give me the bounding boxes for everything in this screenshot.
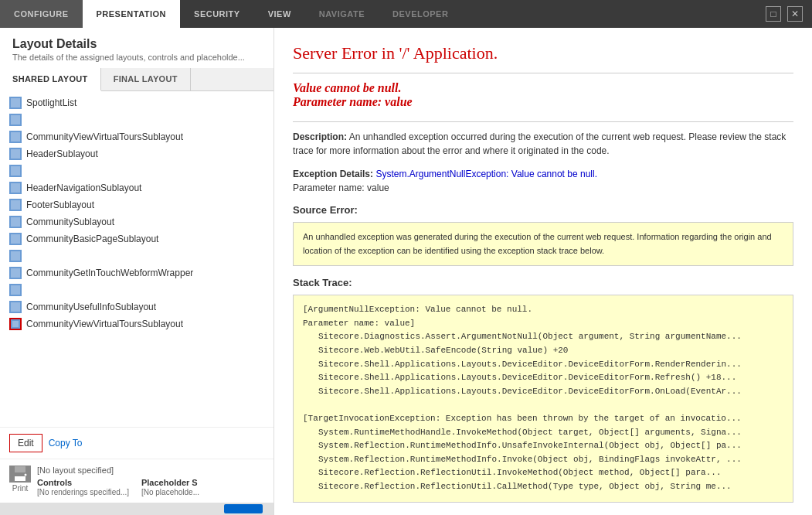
window-controls: □ ✕: [766, 6, 812, 22]
layout-item-icon: [9, 250, 22, 262]
layout-item-name: CommunityViewVirtualToursSublayout: [26, 319, 183, 329]
list-item[interactable]: CommunityBasicPageSublayout: [0, 230, 273, 247]
list-item[interactable]: [0, 281, 273, 298]
main-content: Layout Details The details of the assign…: [0, 28, 812, 515]
layout-item-icon: [9, 301, 22, 313]
layout-item-name: CommunityGetInTouchWebformWrapper: [26, 268, 193, 278]
print-area[interactable]: Print: [9, 466, 31, 493]
divider2: [293, 121, 793, 122]
list-item[interactable]: [0, 247, 273, 264]
stack-line-9: System.RuntimeMethodHandle.InvokeMethod(…: [303, 426, 783, 440]
layout-item-icon: [9, 233, 22, 245]
layout-details-subtitle: The details of the assigned layouts, con…: [12, 53, 261, 62]
list-item[interactable]: CommunityUsefulInfoSublayout: [0, 298, 273, 315]
left-panel: Layout Details The details of the assign…: [0, 28, 274, 515]
exception-details: Exception Details: System.ArgumentNullEx…: [293, 167, 793, 195]
description-text: An unhandled exception occurred during t…: [293, 131, 786, 156]
stack-line-6: Sitecore.Shell.Applications.Layouts.Devi…: [303, 385, 783, 399]
error-panel: Server Error in '/' Application. Value c…: [274, 28, 812, 515]
edit-button[interactable]: Edit: [9, 434, 42, 452]
top-navigation: CONFIGURE PRESENTATION SECURITY VIEW NAV…: [0, 0, 812, 28]
layout-item-name: SpotlightList: [26, 97, 76, 108]
svg-rect-2: [15, 476, 25, 481]
layout-item-icon: [9, 182, 22, 194]
controls-label: Controls: [37, 478, 72, 487]
no-layout-text: [No layout specified]: [37, 466, 264, 475]
placeholder-info: Placeholder S [No placeholde...: [141, 478, 199, 496]
tab-final-layout[interactable]: FINAL LAYOUT: [101, 68, 191, 90]
error-subtitle: Value cannot be null. Parameter name: va…: [293, 81, 793, 109]
stack-line-2: Sitecore.Diagnostics.Assert.ArgumentNotN…: [303, 330, 783, 344]
list-item[interactable]: SpotlightList: [0, 94, 273, 111]
copy-to-link[interactable]: Copy To: [49, 438, 83, 448]
controls-info: Controls [No renderings specified...]: [37, 478, 129, 496]
stack-line-12: Sitecore.Reflection.ReflectionUtil.Invok…: [303, 466, 783, 480]
exception-param: Parameter name: value: [293, 182, 389, 193]
error-description: Description: An unhandled exception occu…: [293, 130, 793, 158]
controls-row: Controls [No renderings specified...] Pl…: [37, 478, 264, 496]
layout-item-icon-selected: [9, 318, 22, 330]
close-button[interactable]: ✕: [787, 6, 803, 22]
tab-navigate[interactable]: NAVIGATE: [305, 0, 379, 28]
stack-trace-box: [ArgumentNullException: Value cannot be …: [293, 295, 793, 502]
list-item[interactable]: CommunityViewVirtualToursSublayout: [0, 128, 273, 145]
tab-shared-layout[interactable]: SHARED LAYOUT: [0, 68, 101, 91]
layout-item-name: CommunityUsefulInfoSublayout: [26, 302, 156, 312]
list-item[interactable]: [0, 111, 273, 128]
maximize-button[interactable]: □: [766, 6, 781, 22]
error-title: Server Error in '/' Application.: [293, 43, 793, 63]
tab-security[interactable]: SECURITY: [180, 0, 254, 28]
layout-item-name: CommunitySublayout: [26, 217, 114, 227]
layout-item-icon: [9, 267, 22, 279]
tab-developer[interactable]: DEVELOPER: [379, 0, 462, 28]
source-error-text: An unhandled exception was generated dur…: [303, 232, 772, 255]
stack-line-8: [TargetInvocationException: Exception ha…: [303, 412, 783, 426]
description-label: Description:: [293, 131, 347, 142]
stack-line-3: Sitecore.Web.WebUtil.SafeEncode(String v…: [303, 344, 783, 358]
layout-details-title: Layout Details: [12, 37, 261, 51]
bottom-info: [No layout specified] Controls [No rende…: [37, 466, 264, 496]
layout-item-icon: [9, 165, 22, 177]
stack-line-11: System.Reflection.RuntimeMethodInfo.Invo…: [303, 453, 783, 467]
list-item[interactable]: HeaderNavigationSublayout: [0, 179, 273, 196]
stack-line-10: System.Reflection.RuntimeMethodInfo.Unsa…: [303, 439, 783, 453]
stack-line-0: [ArgumentNullException: Value cannot be …: [303, 303, 783, 317]
layout-item-name: HeaderNavigationSublayout: [26, 182, 141, 193]
list-item[interactable]: HeaderSublayout: [0, 145, 273, 162]
scroll-thumb[interactable]: [224, 504, 263, 513]
tab-view[interactable]: VIEW: [254, 0, 305, 28]
layout-item-icon: [9, 114, 22, 126]
tab-presentation[interactable]: PRESENTATION: [83, 0, 181, 28]
layout-tabs: SHARED LAYOUT FINAL LAYOUT: [0, 68, 273, 91]
layout-item-icon: [9, 131, 22, 143]
source-error-label: Source Error:: [293, 204, 793, 216]
layout-item-icon: [9, 199, 22, 211]
layout-item-icon: [9, 284, 22, 296]
divider: [293, 73, 793, 73]
controls-value: [No renderings specified...]: [37, 488, 129, 496]
exception-label: Exception Details:: [293, 169, 373, 179]
exception-value: System.ArgumentNullException: Value cann…: [375, 169, 597, 179]
placeholder-label: Placeholder S: [141, 478, 198, 487]
stack-line-1: Parameter name: value]: [303, 317, 783, 331]
printer-icon: [9, 466, 31, 483]
svg-rect-1: [15, 466, 25, 472]
tab-configure[interactable]: CONFIGURE: [0, 0, 83, 28]
layout-item-name: HeaderSublayout: [26, 148, 98, 159]
placeholder-value: [No placeholde...: [141, 488, 199, 496]
list-item[interactable]: FooterSublayout: [0, 196, 273, 213]
stack-line-13: Sitecore.Reflection.ReflectionUtil.CallM…: [303, 480, 783, 494]
printer-svg: [9, 466, 31, 483]
list-item[interactable]: [0, 162, 273, 179]
layout-item-icon: [9, 148, 22, 160]
print-label: Print: [12, 484, 29, 493]
horizontal-scrollbar[interactable]: [0, 503, 273, 515]
bottom-section: Print [No layout specified] Controls [No…: [0, 459, 273, 503]
stack-line-4: Sitecore.Shell.Applications.Layouts.Devi…: [303, 358, 783, 372]
layout-item-icon: [9, 97, 22, 109]
source-error-box: An unhandled exception was generated dur…: [293, 222, 793, 266]
list-item[interactable]: CommunitySublayout: [0, 213, 273, 230]
svg-point-3: [25, 474, 27, 476]
list-item[interactable]: CommunityGetInTouchWebformWrapper: [0, 264, 273, 281]
list-item-selected[interactable]: CommunityViewVirtualToursSublayout: [0, 315, 273, 333]
